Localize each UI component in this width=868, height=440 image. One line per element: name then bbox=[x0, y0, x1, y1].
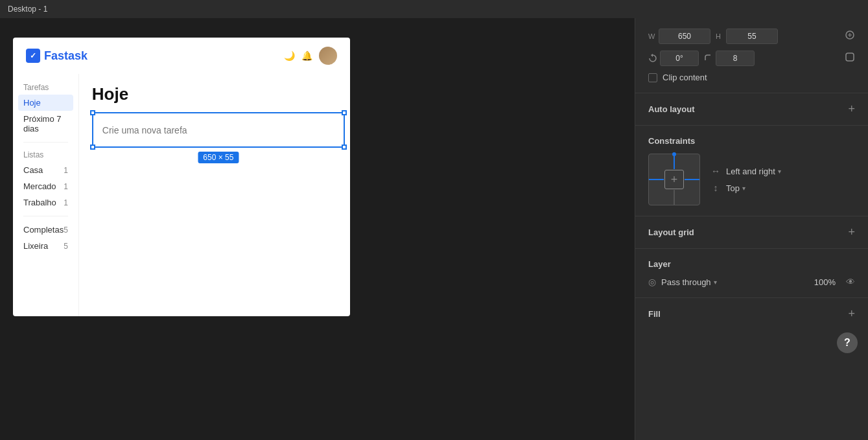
constraints-title: Constraints bbox=[648, 136, 855, 146]
corner-mode-icon bbox=[845, 52, 855, 65]
page-title: Hoje bbox=[92, 84, 345, 104]
sidebar-item-lixeira[interactable]: Lixeira 5 bbox=[13, 238, 78, 254]
handle-bottom-left[interactable] bbox=[90, 145, 95, 150]
avatar bbox=[319, 47, 337, 65]
moon-icon: 🌙 bbox=[284, 51, 295, 61]
height-label: H bbox=[716, 32, 723, 40]
logo-text: Fastask bbox=[44, 49, 88, 63]
layer-mode-icon: ◎ bbox=[648, 277, 656, 287]
width-group: W bbox=[648, 29, 710, 44]
horizontal-constraint-row: ↔ Left and right ▾ bbox=[710, 166, 781, 176]
horizontal-constraint-label: Left and right bbox=[726, 167, 775, 176]
logo-icon: ✓ bbox=[26, 49, 40, 63]
handle-top-left[interactable] bbox=[90, 110, 95, 115]
svg-rect-1 bbox=[846, 53, 854, 61]
sidebar-item-mercado[interactable]: Mercado 1 bbox=[13, 178, 78, 194]
constraints-grid: + ↔ Left and right ▾ ↕ bbox=[648, 154, 855, 205]
header-icons: 🌙 🔔 bbox=[284, 47, 337, 65]
fill-title: Fill bbox=[648, 309, 661, 319]
title-bar: Desktop - 1 bbox=[0, 0, 868, 18]
clip-content-checkbox[interactable] bbox=[648, 73, 657, 82]
vertical-constraint-dropdown[interactable]: Top ▾ bbox=[726, 183, 745, 193]
layer-title: Layer bbox=[648, 259, 855, 269]
horizontal-constraint-icon: ↔ bbox=[710, 166, 721, 176]
layer-mode-dropdown-arrow: ▾ bbox=[714, 279, 717, 286]
height-group: H bbox=[716, 29, 778, 44]
layer-mode-label: Pass through bbox=[661, 277, 711, 287]
corner-radius-icon bbox=[704, 54, 713, 63]
canvas-area: ✓ Fastask 🌙 🔔 Tarefas Hoje bbox=[0, 18, 635, 440]
sidebar-item-proximo7dias[interactable]: Próximo 7 dias bbox=[13, 111, 78, 137]
layout-grid-add[interactable]: + bbox=[848, 226, 855, 239]
layout-grid-section: Layout grid + bbox=[635, 216, 868, 249]
title-text: Desktop - 1 bbox=[8, 5, 47, 14]
help-button[interactable]: ? bbox=[837, 332, 858, 353]
fill-section: Fill + bbox=[635, 298, 868, 330]
sidebar-item-casa[interactable]: Casa 1 bbox=[13, 162, 78, 178]
vertical-constraint-label: Top bbox=[726, 183, 740, 193]
size-badge: 650 × 55 bbox=[198, 152, 239, 163]
layer-section: Layer ◎ Pass through ▾ 100% 👁 bbox=[635, 249, 868, 298]
rotation-input[interactable] bbox=[660, 51, 699, 66]
dimensions-section: W H bbox=[635, 18, 868, 93]
auto-layout-title: Auto layout bbox=[648, 104, 695, 114]
fill-header: Fill + bbox=[648, 307, 855, 321]
main-area: ✓ Fastask 🌙 🔔 Tarefas Hoje bbox=[0, 18, 868, 440]
constraint-center-plus: + bbox=[671, 173, 678, 187]
sidebar-divider-2 bbox=[23, 216, 68, 216]
width-label: W bbox=[648, 32, 656, 40]
app-header: ✓ Fastask 🌙 🔔 bbox=[13, 38, 350, 74]
sidebar-tarefas-label: Tarefas bbox=[13, 80, 78, 95]
vertical-constraint-row: ↕ Top ▾ bbox=[710, 183, 781, 193]
auto-layout-add[interactable]: + bbox=[848, 102, 855, 116]
vertical-constraint-icon: ↕ bbox=[710, 183, 721, 193]
fill-add[interactable]: + bbox=[848, 307, 855, 321]
width-input[interactable] bbox=[659, 29, 710, 44]
handle-bottom-right[interactable] bbox=[342, 145, 347, 150]
sidebar-listas-label: Listas bbox=[13, 148, 78, 162]
constraints-section: Constraints + bbox=[635, 126, 868, 216]
selected-input-wrapper[interactable]: 650 × 55 bbox=[92, 112, 345, 148]
layout-grid-title: Layout grid bbox=[648, 227, 694, 237]
layer-opacity: 100% bbox=[814, 277, 836, 287]
cw-v-line-bottom bbox=[674, 190, 675, 205]
layer-visibility-icon[interactable]: 👁 bbox=[846, 277, 855, 287]
clip-content-row: Clip content bbox=[648, 73, 855, 82]
constraint-widget: + bbox=[648, 154, 700, 205]
rotation-row bbox=[648, 51, 855, 66]
layer-mode-dropdown[interactable]: Pass through ▾ bbox=[661, 277, 717, 287]
horizontal-constraint-dropdown[interactable]: Left and right ▾ bbox=[726, 167, 781, 176]
help-label: ? bbox=[844, 337, 850, 349]
app-mockup: ✓ Fastask 🌙 🔔 Tarefas Hoje bbox=[13, 38, 350, 316]
corner-radius-group bbox=[704, 51, 755, 66]
new-task-input[interactable] bbox=[93, 119, 344, 142]
resize-icon bbox=[845, 30, 855, 43]
sidebar-item-trabalho[interactable]: Trabalho 1 bbox=[13, 194, 78, 211]
layer-row: ◎ Pass through ▾ 100% 👁 bbox=[648, 277, 855, 287]
cw-h-line-left bbox=[649, 179, 664, 180]
corner-radius-input[interactable] bbox=[716, 51, 755, 66]
app-logo: ✓ Fastask bbox=[26, 49, 88, 63]
right-panel: W H bbox=[635, 18, 868, 440]
cw-v-line-top bbox=[674, 154, 675, 169]
auto-layout-section: Auto layout + bbox=[635, 93, 868, 126]
cw-h-line-right bbox=[685, 179, 699, 180]
horizontal-dropdown-arrow: ▾ bbox=[778, 168, 781, 175]
handle-top-right[interactable] bbox=[342, 110, 347, 115]
app-content: Tarefas Hoje Próximo 7 dias Listas Casa … bbox=[13, 74, 350, 316]
rotation-group bbox=[648, 51, 699, 66]
dimension-row: W H bbox=[648, 29, 855, 44]
sidebar-divider-1 bbox=[23, 142, 68, 143]
bell-icon: 🔔 bbox=[301, 51, 312, 61]
height-input[interactable] bbox=[726, 29, 778, 44]
constraint-center-box: + bbox=[664, 170, 684, 189]
sidebar-item-hoje[interactable]: Hoje bbox=[18, 95, 73, 111]
clip-content-label: Clip content bbox=[663, 73, 707, 82]
sidebar-item-completas[interactable]: Completas 5 bbox=[13, 222, 78, 238]
app-sidebar: Tarefas Hoje Próximo 7 dias Listas Casa … bbox=[13, 74, 79, 316]
rotation-icon bbox=[648, 54, 657, 63]
app-main-content: Hoje 650 × 55 bbox=[79, 74, 350, 316]
constraint-options: ↔ Left and right ▾ ↕ Top ▾ bbox=[710, 166, 781, 193]
vertical-dropdown-arrow: ▾ bbox=[742, 185, 745, 192]
